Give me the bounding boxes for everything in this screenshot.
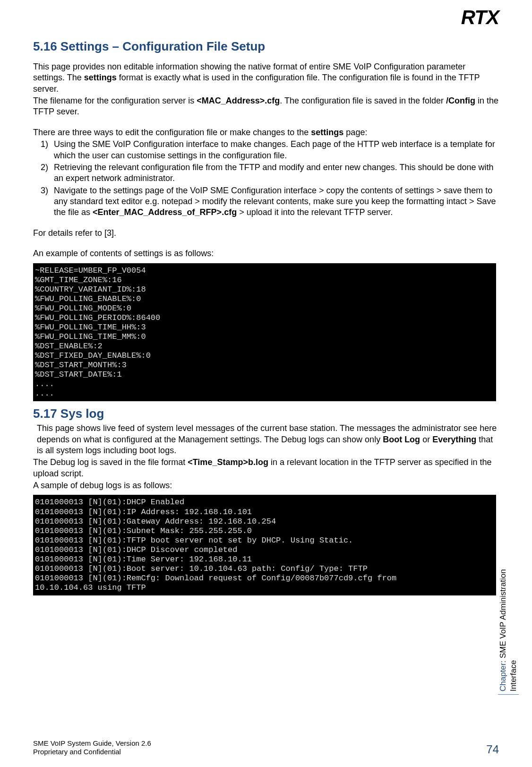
- heading-5-16: 5.16 Settings – Configuration File Setup: [33, 39, 499, 55]
- para-intro-2: The filename for the configuration serve…: [33, 95, 499, 118]
- code-settings-example: ~RELEASE=UMBER_FP_V0054 %GMT_TIME_ZONE%:…: [33, 263, 496, 402]
- bold-settings: settings: [84, 73, 117, 82]
- list-num: 1): [41, 139, 48, 150]
- para-example-label: An example of contents of settings is as…: [33, 248, 499, 259]
- list-item-3: 3)Navigate to the settings page of the V…: [54, 185, 499, 218]
- text: The Debug log is saved in the file forma…: [33, 457, 188, 467]
- text: page:: [343, 128, 367, 137]
- numbered-list: 1)Using the SME VoIP Configuration inter…: [33, 139, 499, 218]
- page-footer: SME VoIP System Guide, Version 2.6 Propr…: [33, 739, 499, 757]
- rtx-logo: RTX: [461, 5, 499, 31]
- bold-config-folder: /Config: [446, 96, 475, 105]
- bold-enter-mac: <Enter_MAC_Address_of_RFP>.cfg: [93, 207, 237, 217]
- text: . The configuration file is saved in the…: [280, 96, 446, 105]
- list-num: 3): [41, 185, 48, 196]
- text: Retrieving the relevant configuration fi…: [54, 163, 494, 183]
- bold-everything: Everything: [432, 435, 476, 444]
- chapter-side-label: Chapter: SME VoIP Administration Interfa…: [498, 539, 519, 695]
- para-sample-label: A sample of debug logs is as follows:: [33, 480, 499, 491]
- list-item-2: 2)Retrieving the relevant configuration …: [54, 162, 499, 184]
- text: There are three ways to edit the configu…: [33, 128, 311, 137]
- para-syslog-1: This page shows live feed of system leve…: [37, 423, 499, 456]
- para-refer: For details refer to [3].: [33, 228, 499, 239]
- footer-guide: SME VoIP System Guide, Version 2.6: [33, 739, 499, 748]
- heading-5-17: 5.17 Sys log: [33, 406, 499, 422]
- para-syslog-2: The Debug log is saved in the file forma…: [33, 457, 499, 479]
- code-debug-log: 0101000013 [N](01):DHCP Enabled 01010000…: [33, 495, 496, 595]
- list-item-1: 1)Using the SME VoIP Configuration inter…: [54, 139, 499, 161]
- chapter-prefix: Chapter:: [498, 661, 507, 691]
- text: > upload it into the relevant TFTP serve…: [237, 207, 393, 217]
- para-intro-1: This page provides non editable informat…: [33, 61, 499, 95]
- footer-left: SME VoIP System Guide, Version 2.6 Propr…: [33, 739, 499, 757]
- text: or: [420, 435, 432, 444]
- text: The filename for the configuration serve…: [33, 96, 197, 105]
- page-number: 74: [486, 742, 499, 757]
- bold-bootlog: Boot Log: [383, 435, 420, 444]
- footer-confidential: Proprietary and Confidential: [33, 748, 499, 757]
- list-num: 2): [41, 162, 48, 173]
- para-three-ways: There are three ways to edit the configu…: [33, 127, 499, 138]
- bold-mac-cfg: <MAC_Address>.cfg: [197, 96, 280, 105]
- text: Using the SME VoIP Configuration interfa…: [54, 139, 495, 160]
- bold-time-stamp: <Time_Stamp>b.log: [188, 457, 268, 467]
- bold-settings-2: settings: [311, 128, 343, 137]
